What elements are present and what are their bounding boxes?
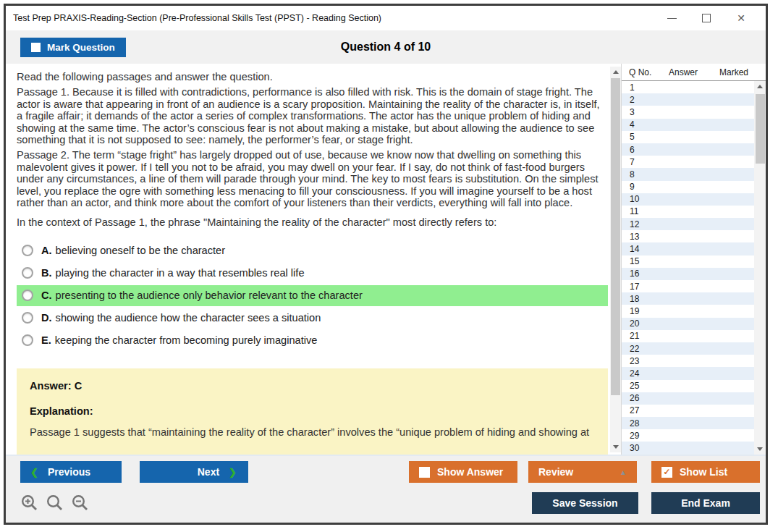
question-rows: 1234567891011121314151617181920212223242… (622, 81, 754, 455)
question-list-row-17[interactable]: 17 (622, 280, 754, 292)
question-list-row-30[interactable]: 30 (622, 442, 754, 454)
scroll-up-arrow[interactable] (610, 67, 621, 77)
passages: Passage 1. Because it is filled with con… (17, 86, 608, 208)
question-pane: Read the following passages and answer t… (6, 64, 610, 455)
answer-option-e[interactable]: E.keeping the character from becoming pu… (17, 330, 608, 351)
option-text: showing the audience how the character s… (56, 312, 321, 324)
question-list-row-29[interactable]: 29 (622, 429, 754, 442)
answer-options: A.believing oneself to be the characterB… (17, 240, 608, 351)
question-list-row-28[interactable]: 28 (622, 417, 754, 429)
question-number: 24 (622, 368, 665, 379)
question-list-row-24[interactable]: 24 (622, 367, 754, 379)
next-button[interactable]: Next ❯ (140, 461, 248, 483)
question-number: 8 (622, 169, 665, 180)
question-list-row-6[interactable]: 6 (622, 143, 754, 156)
maximize-button[interactable] (689, 7, 724, 29)
question-list-row-1[interactable]: 1 (622, 81, 754, 93)
minimize-button[interactable] (654, 7, 689, 29)
question-prompt: In the context of Passage 1, the phrase … (17, 216, 608, 228)
show-list-label: Show List (680, 466, 727, 478)
triangle-up-icon (613, 70, 619, 74)
answer-option-d[interactable]: D.showing the audience how the character… (17, 308, 608, 329)
question-list-row-27[interactable]: 27 (622, 405, 754, 417)
question-number: 11 (622, 206, 665, 216)
save-session-button[interactable]: Save Session (532, 492, 638, 514)
question-list-row-8[interactable]: 8 (622, 168, 754, 180)
list-scroll-down-arrow[interactable] (754, 444, 765, 455)
question-list-row-16[interactable]: 16 (622, 268, 754, 280)
mark-question-button[interactable]: Mark Question (20, 38, 126, 57)
question-list-panel: Q No. Answer Marked 12345678910111213141… (621, 64, 766, 455)
answer-option-a[interactable]: A.believing oneself to be the character (17, 240, 608, 261)
question-list-row-23[interactable]: 23 (622, 355, 754, 367)
question-number: 5 (622, 132, 665, 142)
option-letter: B. (41, 267, 52, 279)
radio-button-icon[interactable] (22, 290, 33, 301)
question-number: 27 (622, 405, 665, 415)
scroll-down-arrow[interactable] (610, 442, 621, 452)
question-list-scrollbar[interactable] (754, 81, 766, 455)
explanation-label: Explanation: (30, 405, 595, 417)
question-list-row-2[interactable]: 2 (622, 93, 754, 106)
question-list-row-11[interactable]: 11 (622, 206, 754, 218)
question-list-scrollbar-thumb[interactable] (756, 94, 765, 164)
question-list-row-14[interactable]: 14 (622, 242, 754, 255)
radio-button-icon[interactable] (22, 334, 33, 346)
question-list-row-13[interactable]: 13 (622, 230, 754, 242)
triangle-down-icon (757, 447, 763, 451)
answer-option-c[interactable]: C.presenting to the audience only behavi… (17, 285, 608, 306)
question-list-row-4[interactable]: 4 (622, 119, 754, 131)
zoom-reset-icon[interactable] (46, 494, 64, 512)
question-list: 1234567891011121314151617181920212223242… (622, 81, 766, 455)
question-number: 17 (622, 282, 665, 292)
next-label: Next (198, 466, 219, 478)
end-exam-button[interactable]: End Exam (651, 492, 760, 514)
radio-button-icon[interactable] (22, 267, 33, 279)
previous-button[interactable]: ❮ Previous (20, 461, 122, 483)
previous-label: Previous (48, 466, 90, 478)
passage-text: Passage 2. The term “stage fright” has l… (17, 149, 608, 208)
question-list-row-18[interactable]: 18 (622, 292, 754, 305)
question-list-row-3[interactable]: 3 (622, 106, 754, 118)
question-list-row-25[interactable]: 25 (622, 380, 754, 392)
zoom-in-icon[interactable] (20, 494, 39, 512)
triangle-down-icon (613, 445, 619, 449)
chevron-right-icon: ❯ (229, 467, 237, 478)
column-header-answer: Answer (669, 67, 719, 77)
question-number: 13 (622, 232, 665, 242)
question-list-row-19[interactable]: 19 (622, 305, 754, 317)
question-list-row-5[interactable]: 5 (622, 131, 754, 143)
question-list-row-7[interactable]: 7 (622, 156, 754, 168)
radio-button-icon[interactable] (22, 245, 33, 256)
question-list-row-26[interactable]: 26 (622, 392, 754, 405)
question-list-row-22[interactable]: 22 (622, 342, 754, 355)
question-list-row-10[interactable]: 10 (622, 193, 754, 206)
show-answer-button[interactable]: Show Answer (409, 461, 517, 483)
minimize-icon (667, 18, 677, 19)
list-scroll-up-arrow[interactable] (754, 81, 765, 92)
question-list-row-20[interactable]: 20 (622, 318, 754, 330)
question-list-row-9[interactable]: 9 (622, 181, 754, 193)
show-list-button[interactable]: ✓ Show List (651, 461, 760, 483)
content-scrollbar-thumb[interactable] (611, 78, 620, 395)
question-intro: Read the following passages and answer t… (17, 71, 608, 83)
question-list-row-15[interactable]: 15 (622, 256, 754, 268)
close-button[interactable]: ✕ (724, 7, 758, 29)
answer-option-b[interactable]: B.playing the character in a way that re… (17, 263, 608, 284)
question-number: 12 (622, 219, 665, 229)
review-button[interactable]: Review ▲ (528, 461, 637, 483)
end-exam-label: End Exam (681, 497, 730, 509)
review-label: Review (538, 466, 573, 478)
content-region: Read the following passages and answer t… (6, 64, 766, 455)
option-letter: A. (41, 245, 52, 256)
zoom-out-icon[interactable] (71, 494, 90, 512)
question-list-row-21[interactable]: 21 (622, 330, 754, 342)
option-text: playing the character in a way that rese… (56, 267, 305, 279)
content-scrollbar[interactable] (610, 67, 621, 452)
triangle-up-icon (757, 85, 763, 88)
option-letter: C. (41, 290, 52, 301)
radio-button-icon[interactable] (22, 312, 33, 324)
question-list-row-12[interactable]: 12 (622, 218, 754, 230)
question-number: 23 (622, 356, 665, 366)
question-number: 16 (622, 269, 665, 279)
